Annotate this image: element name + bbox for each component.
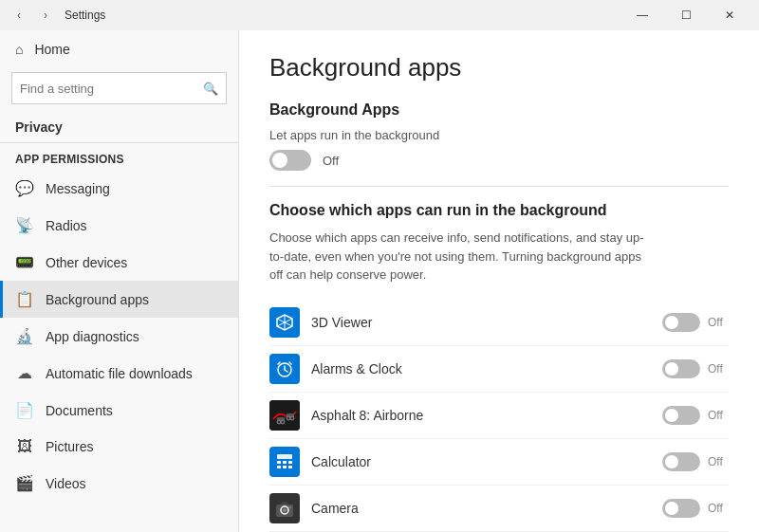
- search-input[interactable]: [20, 82, 203, 96]
- svg-rect-26: [288, 506, 291, 508]
- app-toggle-label-calculator: Off: [708, 455, 729, 468]
- app-toggle-right-alarms-clock: Off: [662, 359, 729, 378]
- other-devices-label: Other devices: [46, 255, 127, 270]
- app-row-camera: Camera Off: [269, 486, 729, 532]
- background-apps-label: Background apps: [46, 292, 149, 307]
- choose-heading: Choose which apps can run in the backgro…: [269, 202, 729, 219]
- svg-point-13: [281, 420, 285, 424]
- app-toggle-right-calculator: Off: [662, 452, 729, 471]
- svg-line-7: [278, 362, 280, 364]
- choose-description: Choose which apps can receive info, send…: [269, 229, 649, 284]
- app-row-left-3d-viewer: 3D Viewer: [269, 307, 372, 338]
- app-permissions-label: App permissions: [0, 147, 238, 170]
- app-toggle-camera[interactable]: [662, 499, 700, 518]
- pictures-icon: 🖼: [15, 438, 34, 455]
- home-label: Home: [34, 42, 69, 57]
- svg-rect-16: [277, 454, 292, 459]
- app-toggle-asphalt[interactable]: [662, 406, 700, 425]
- app-icon-alarms-clock: [269, 354, 300, 384]
- sidebar-item-documents[interactable]: 📄 Documents: [0, 392, 238, 429]
- sidebar-item-automatic-file-downloads[interactable]: ☁ Automatic file downloads: [0, 355, 238, 392]
- radios-icon: 📡: [15, 216, 34, 234]
- background-apps-toggle-row: Off: [269, 150, 729, 171]
- app-icon-camera: [269, 493, 300, 523]
- sidebar-item-radios[interactable]: 📡 Radios: [0, 207, 238, 244]
- search-box[interactable]: 🔍: [11, 72, 227, 104]
- close-button[interactable]: ✕: [708, 0, 751, 30]
- privacy-label: Privacy: [0, 112, 238, 138]
- sidebar-item-background-apps[interactable]: 📋 Background apps: [0, 281, 238, 318]
- app-diagnostics-label: App diagnostics: [46, 329, 139, 344]
- documents-icon: 📄: [15, 401, 34, 419]
- videos-label: Videos: [46, 476, 86, 491]
- app-toggle-calculator[interactable]: [662, 452, 700, 471]
- app-row-alarms-clock: Alarms & Clock Off: [269, 346, 729, 393]
- app-name-camera: Camera: [311, 501, 359, 516]
- app-toggle-right-camera: Off: [662, 499, 729, 518]
- app-icon-calculator: [269, 447, 300, 477]
- sidebar-divider: [0, 142, 238, 143]
- app-toggle-right-3d-viewer: Off: [662, 313, 729, 332]
- svg-rect-22: [288, 466, 292, 468]
- app-name-calculator: Calculator: [311, 454, 371, 469]
- svg-rect-18: [283, 461, 287, 464]
- svg-rect-21: [283, 466, 287, 468]
- search-icon: 🔍: [203, 82, 218, 96]
- app-row-3d-viewer: 3D Viewer Off: [269, 300, 729, 346]
- background-apps-toggle[interactable]: [269, 150, 311, 171]
- sidebar-item-other-devices[interactable]: 📟 Other devices: [0, 244, 238, 281]
- svg-line-6: [285, 370, 287, 372]
- background-apps-toggle-label: Off: [323, 154, 339, 168]
- app-row-left-alarms-clock: Alarms & Clock: [269, 354, 402, 384]
- svg-point-12: [277, 420, 281, 424]
- app-toggle-right-asphalt: Off: [662, 406, 729, 425]
- messaging-label: Messaging: [46, 181, 110, 196]
- main-container: ⌂ Home 🔍 Privacy App permissions 💬 Messa…: [0, 30, 759, 532]
- svg-point-14: [287, 416, 290, 420]
- background-apps-section: Background Apps Let apps run in the back…: [269, 101, 729, 171]
- app-icon-asphalt: [269, 400, 300, 431]
- app-row-calculator: Calculator Off: [269, 439, 729, 486]
- content-area: Background apps Background Apps Let apps…: [239, 30, 759, 532]
- background-apps-description: Let apps run in the background: [269, 128, 729, 142]
- title-bar-left: ‹ › Settings: [8, 4, 105, 27]
- choose-section: Choose which apps can run in the backgro…: [269, 202, 729, 532]
- app-diagnostics-icon: 🔬: [15, 327, 34, 345]
- sidebar-item-home[interactable]: ⌂ Home: [0, 30, 238, 68]
- sidebar-item-pictures[interactable]: 🖼 Pictures: [0, 429, 238, 465]
- app-row-left-asphalt: Asphalt 8: Airborne: [269, 400, 423, 431]
- app-name-alarms-clock: Alarms & Clock: [311, 361, 402, 376]
- svg-line-8: [289, 362, 291, 364]
- app-toggle-label-alarms-clock: Off: [708, 362, 729, 376]
- section-separator: [269, 186, 729, 187]
- title-bar-controls: — ☐ ✕: [620, 0, 751, 30]
- minimize-button[interactable]: —: [620, 0, 664, 30]
- app-toggle-3d-viewer[interactable]: [662, 313, 700, 332]
- app-name-3d-viewer: 3D Viewer: [311, 315, 372, 330]
- app-name-asphalt: Asphalt 8: Airborne: [311, 408, 423, 423]
- sidebar-item-videos[interactable]: 🎬 Videos: [0, 465, 238, 502]
- app-list: 3D Viewer Off: [269, 300, 729, 533]
- app-toggle-alarms-clock[interactable]: [662, 359, 700, 378]
- other-devices-icon: 📟: [15, 253, 34, 271]
- background-apps-icon: 📋: [15, 290, 34, 308]
- svg-rect-17: [277, 461, 281, 464]
- sidebar-item-app-diagnostics[interactable]: 🔬 App diagnostics: [0, 318, 238, 355]
- pictures-label: Pictures: [46, 439, 94, 454]
- background-apps-heading: Background Apps: [269, 101, 729, 119]
- documents-label: Documents: [46, 403, 113, 418]
- title-bar-nav: ‹ ›: [8, 4, 57, 27]
- app-row-left-calculator: Calculator: [269, 447, 371, 477]
- back-button[interactable]: ‹: [8, 4, 30, 27]
- sidebar-item-messaging[interactable]: 💬 Messaging: [0, 170, 238, 207]
- app-icon-3d-viewer: [269, 307, 300, 338]
- svg-rect-20: [277, 466, 281, 468]
- svg-rect-19: [288, 461, 292, 464]
- app-toggle-label-asphalt: Off: [708, 409, 729, 422]
- forward-button[interactable]: ›: [34, 4, 57, 27]
- radios-label: Radios: [46, 218, 87, 233]
- app-toggle-label-camera: Off: [708, 502, 729, 515]
- messaging-icon: 💬: [15, 179, 34, 197]
- maximize-button[interactable]: ☐: [664, 0, 708, 30]
- automatic-file-downloads-label: Automatic file downloads: [46, 366, 193, 381]
